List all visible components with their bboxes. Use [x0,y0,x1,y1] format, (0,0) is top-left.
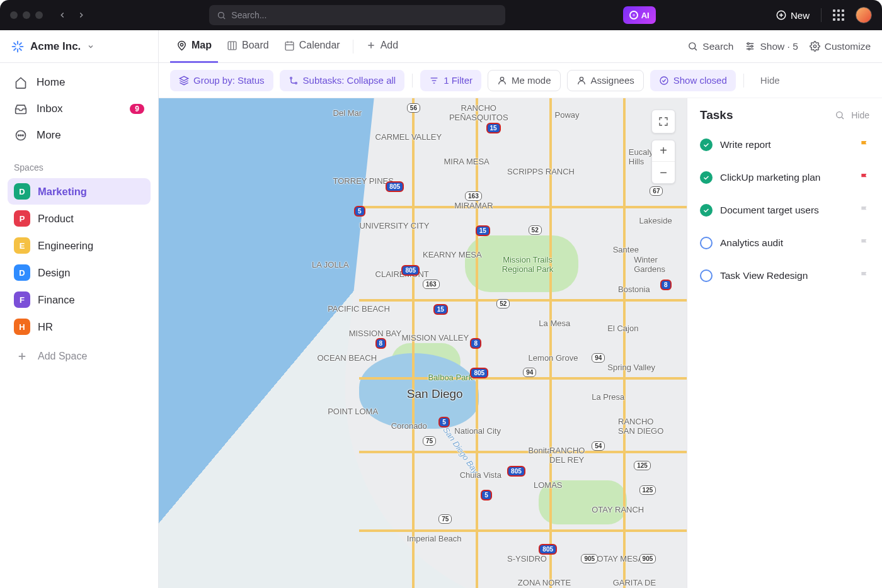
flag-icon[interactable] [859,140,869,150]
task-status-done[interactable] [700,204,713,217]
map-zoom-out[interactable]: − [652,162,675,183]
svg-point-36 [748,48,750,50]
hide-filters[interactable]: Hide [760,75,780,86]
space-badge: F [14,291,30,308]
space-label: Engineering [38,240,93,252]
flag-icon[interactable] [859,238,869,248]
calendar-icon [284,40,295,51]
task-title: Task View Redesign [720,270,852,281]
svg-line-48 [842,117,844,119]
sidebar-space-product[interactable]: PProduct [8,205,151,232]
space-label: Design [38,267,70,279]
add-space-button[interactable]: Add Space [8,343,151,370]
svg-point-14 [18,135,20,136]
chevron-down-icon [87,43,94,50]
svg-rect-20 [228,42,236,50]
sidebar-space-marketing[interactable]: DMarketing [8,178,151,205]
sidebar-item-more[interactable]: More [8,122,151,149]
person-icon [497,76,507,86]
person-icon [576,76,587,86]
map-zoom-in[interactable]: + [652,140,675,162]
more-icon [14,128,28,142]
space-label: Product [38,213,74,225]
subtasks-pill[interactable]: Subtasks: Collapse all [280,70,405,91]
nav-back[interactable] [54,7,71,23]
view-search[interactable]: Search [687,41,733,52]
filter-bar: Group by: Status Subtasks: Collapse all … [159,63,882,98]
customize-button[interactable]: Customize [810,41,871,52]
svg-line-10 [20,48,21,50]
show-closed-pill[interactable]: Show closed [650,70,736,91]
flag-icon[interactable] [859,172,869,183]
task-status-open[interactable] [700,269,713,282]
task-title: Analytics audit [720,237,852,249]
svg-point-40 [295,82,297,84]
svg-point-19 [180,43,183,45]
apps-menu[interactable] [833,9,844,21]
tab-calendar[interactable]: Calendar [278,30,346,63]
map-canvas[interactable]: Del Mar Poway RANCHO PEÑASQUITOS CARMEL … [159,98,687,588]
workspace-logo-icon [11,40,24,53]
sidebar-item-inbox[interactable]: Inbox 9 [8,96,151,122]
home-icon [14,76,28,89]
layers-icon [179,76,189,86]
space-label: Marketing [38,186,87,198]
plus-icon [14,348,30,365]
space-label: HR [38,321,53,333]
task-title: Write report [720,139,852,150]
tasks-hide[interactable]: Hide [851,110,869,120]
tab-board[interactable]: Board [220,30,275,63]
search-placeholder: Search... [231,10,266,20]
sidebar-space-hr[interactable]: HHR [8,314,151,340]
show-button[interactable]: Show · 5 [745,41,798,52]
titlebar: Search... AI New [0,0,882,30]
filter-pill[interactable]: 1 Filter [420,70,481,91]
task-row[interactable]: Analytics audit [687,227,882,259]
add-view-button[interactable]: Add [360,30,404,63]
sidebar-space-engineering[interactable]: EEngineering [8,232,151,259]
sidebar-space-finance[interactable]: FFinance [8,286,151,313]
assignees-pill[interactable]: Assignees [567,70,644,91]
sidebar-item-home[interactable]: Home [8,69,151,96]
space-badge: E [14,237,30,254]
nav-forward[interactable] [73,7,89,23]
me-mode-pill[interactable]: Me mode [488,70,561,91]
flag-icon[interactable] [859,271,869,281]
svg-marker-38 [180,76,188,81]
search-icon[interactable] [835,110,845,120]
tab-map[interactable]: Map [170,30,218,63]
sidebar: Acme Inc. Home Inbox 9 More Spaces [0,30,159,588]
task-status-done[interactable] [700,171,713,184]
filter-icon [429,76,439,86]
sliders-icon [745,41,755,52]
svg-point-44 [500,77,503,80]
inbox-badge: 9 [130,104,144,114]
svg-point-37 [813,45,816,47]
global-search[interactable]: Search... [209,5,505,25]
new-button[interactable]: New [776,9,810,21]
svg-rect-23 [285,42,294,50]
window-controls[interactable] [10,11,43,19]
space-badge: H [14,319,30,335]
plus-circle-icon [776,9,787,21]
space-badge: D [14,264,30,281]
task-title: ClickUp marketing plan [720,172,852,183]
ai-button[interactable]: AI [623,6,656,24]
user-avatar[interactable] [856,7,872,23]
task-row[interactable]: Task View Redesign [687,259,882,292]
group-by-pill[interactable]: Group by: Status [170,70,273,91]
task-status-open[interactable] [700,237,713,249]
svg-point-35 [751,45,753,47]
space-label: Finance [38,294,75,306]
svg-point-16 [23,135,24,136]
map-fullscreen[interactable] [651,110,675,133]
task-row[interactable]: Write report [687,128,882,161]
workspace-switcher[interactable]: Acme Inc. [0,30,158,63]
tasks-title: Tasks [700,108,733,122]
task-row[interactable]: Document target users [687,194,882,227]
sidebar-space-design[interactable]: DDesign [8,259,151,286]
task-row[interactable]: ClickUp marketing plan [687,161,882,194]
task-status-done[interactable] [700,139,713,151]
svg-line-12 [20,43,21,45]
flag-icon[interactable] [859,205,869,215]
